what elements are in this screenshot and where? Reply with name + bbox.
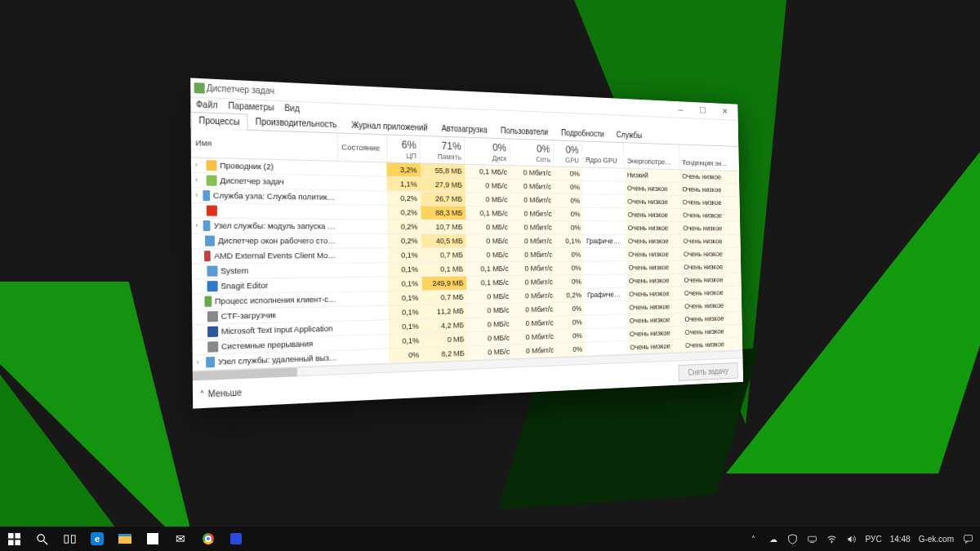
task-manager-window: Диспетчер задач ─ ☐ ✕ Файл Параметры Вид…: [190, 78, 743, 408]
process-table: Имя Состояние 6%ЦП 71%Память 0%Диск 0%Се…: [191, 128, 743, 370]
taskbar-brand: G-ek.com: [919, 535, 954, 544]
process-name: Узел службы: удаленный выз…: [218, 353, 337, 367]
process-name: System: [220, 265, 248, 275]
svg-rect-6: [64, 535, 68, 542]
menu-file[interactable]: Файл: [196, 100, 218, 110]
col-disk[interactable]: 0%Диск: [465, 138, 510, 165]
tab-app-history[interactable]: Журнал приложений: [344, 117, 434, 136]
svg-rect-2: [8, 540, 14, 545]
table-row[interactable]: Диспетчер окон рабочего сто…0,2%40,5 МБ0…: [192, 233, 741, 248]
svg-rect-11: [964, 535, 972, 540]
search-button[interactable]: [28, 527, 56, 551]
col-cpu[interactable]: 6%ЦП: [386, 135, 420, 162]
process-name: Служба узла: Служба политик…: [213, 190, 335, 202]
store-button[interactable]: [139, 527, 167, 551]
wifi-icon[interactable]: [826, 533, 838, 544]
store-icon: [147, 533, 158, 544]
process-name: CTF-загрузчик: [221, 310, 276, 321]
chrome-button[interactable]: [194, 527, 222, 551]
process-name: Диспетчер задач: [220, 176, 284, 186]
task-view-icon: [64, 533, 76, 545]
svg-rect-7: [71, 535, 75, 542]
windows-icon: [8, 533, 20, 545]
task-view-button[interactable]: [56, 527, 83, 551]
end-task-button[interactable]: Снять задачу: [678, 362, 738, 381]
menu-options[interactable]: Параметры: [228, 100, 274, 112]
process-name: Процесс исполнения клиент-с…: [215, 294, 336, 305]
app-icon: [230, 533, 242, 544]
col-gpu[interactable]: 0%GPU: [554, 140, 582, 167]
tab-details[interactable]: Подробности: [555, 125, 610, 142]
process-name: Системные прерывания: [221, 339, 313, 351]
taskbar[interactable]: e ✉ ˄ ☁ РУС 14:48 G-ek.com: [0, 527, 980, 551]
col-trend[interactable]: Тенденция эн…: [679, 144, 739, 171]
menu-view[interactable]: Вид: [284, 103, 300, 113]
svg-rect-0: [8, 533, 14, 539]
svg-point-10: [831, 541, 833, 543]
col-name[interactable]: Имя: [191, 128, 338, 160]
action-center-icon[interactable]: [962, 533, 973, 544]
col-gpu-core[interactable]: Ядро GPU: [581, 141, 624, 167]
tab-services[interactable]: Службы: [610, 127, 648, 143]
edge-icon: e: [91, 532, 104, 545]
explorer-button[interactable]: [111, 527, 139, 551]
svg-rect-3: [15, 540, 20, 545]
app-icon: [194, 82, 205, 94]
edge-button[interactable]: e: [83, 527, 111, 551]
search-icon: [36, 533, 48, 545]
process-name: Snagit Editor: [220, 280, 268, 291]
chevron-up-icon: ˄: [200, 389, 205, 398]
mail-button[interactable]: ✉: [167, 527, 194, 551]
start-button[interactable]: [0, 527, 28, 551]
onedrive-icon[interactable]: ☁: [768, 533, 779, 544]
process-name: Узел службы: модуль запуска …: [214, 220, 336, 230]
mail-icon: ✉: [176, 532, 185, 545]
close-button[interactable]: ✕: [714, 103, 736, 120]
col-mem[interactable]: 71%Память: [420, 136, 465, 164]
svg-rect-1: [15, 533, 20, 539]
process-name: Microsoft Text Input Application: [221, 323, 333, 335]
col-net[interactable]: 0%Сеть: [510, 139, 554, 166]
svg-point-4: [37, 534, 43, 540]
fewer-details-button[interactable]: ˄ Меньше: [200, 387, 242, 398]
tab-performance[interactable]: Производительность: [247, 113, 344, 132]
volume-icon[interactable]: [846, 533, 858, 544]
tab-users[interactable]: Пользователи: [494, 122, 555, 140]
maximize-button[interactable]: ☐: [692, 102, 714, 120]
chrome-icon: [203, 533, 214, 544]
security-icon[interactable]: [787, 533, 799, 544]
svg-rect-8: [808, 536, 817, 541]
process-name: Диспетчер окон рабочего сто…: [218, 236, 336, 246]
col-power[interactable]: Энергопотре…: [624, 143, 679, 169]
tray-chevron-icon[interactable]: ˄: [748, 533, 760, 544]
tab-processes[interactable]: Процессы: [190, 112, 247, 131]
network-icon[interactable]: [807, 533, 818, 544]
process-name: Проводник (2): [220, 160, 274, 171]
taskbar-clock[interactable]: 14:48: [890, 535, 911, 544]
tab-startup[interactable]: Автозагрузка: [434, 120, 494, 138]
col-state[interactable]: Состояние: [337, 133, 386, 162]
input-lang[interactable]: РУС: [866, 535, 882, 544]
svg-line-5: [43, 540, 47, 544]
app-button[interactable]: [222, 527, 250, 551]
minimize-button[interactable]: ─: [670, 100, 693, 118]
process-name: AMD External Events Client Mo…: [214, 251, 336, 260]
folder-icon: [118, 534, 131, 544]
